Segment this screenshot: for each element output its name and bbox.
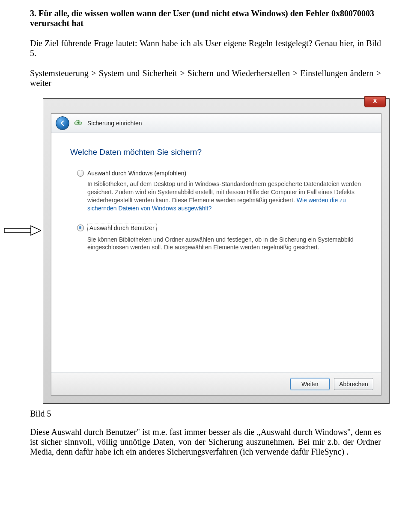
radio-icon bbox=[77, 170, 84, 177]
arrow-left-icon bbox=[60, 120, 66, 126]
option-windows-label: Auswahl durch Windows (empfohlen) bbox=[87, 170, 186, 177]
option-user-label: Auswahl durch Benutzer bbox=[87, 224, 157, 232]
callout-arrow-icon bbox=[4, 225, 41, 236]
cancel-button-label: Abbrechen bbox=[339, 381, 368, 387]
wizard-title: Sicherung einrichten bbox=[87, 120, 142, 127]
wizard-question: Welche Daten möchten Sie sichern? bbox=[70, 148, 362, 157]
figure-caption: Bild 5 bbox=[30, 409, 381, 419]
option-windows[interactable]: Auswahl durch Windows (empfohlen) In Bib… bbox=[77, 170, 362, 213]
next-button-label: Weiter bbox=[301, 381, 319, 387]
wizard-header: Sicherung einrichten bbox=[51, 114, 381, 133]
svg-marker-1 bbox=[31, 226, 41, 235]
window-close-button[interactable]: X bbox=[364, 96, 386, 107]
paragraph-path: Systemsteuerung > System und Sicherheit … bbox=[30, 68, 381, 88]
backup-icon bbox=[74, 118, 83, 128]
paragraph-intro: Die Ziel führende Frage lautet: Wann hab… bbox=[30, 38, 381, 58]
cancel-button[interactable]: Abbrechen bbox=[334, 378, 373, 390]
wizard-footer: Weiter Abbrechen bbox=[51, 372, 381, 395]
section-heading: 3. Für alle, die wissen wollen wann der … bbox=[30, 9, 381, 28]
screenshot-window: X Sicherung einrichten bbox=[43, 98, 390, 404]
radio-icon bbox=[77, 225, 84, 231]
option-windows-desc: In Bibliotheken, auf dem Desktop und in … bbox=[87, 180, 361, 213]
wizard-panel: Sicherung einrichten Welche Daten möchte… bbox=[51, 113, 381, 396]
option-user-desc: Sie können Bibliotheken und Ordner auswä… bbox=[87, 236, 361, 252]
svg-rect-0 bbox=[4, 228, 31, 233]
next-button[interactable]: Weiter bbox=[290, 378, 330, 390]
close-icon: X bbox=[373, 98, 377, 104]
option-user[interactable]: Auswahl durch Benutzer Sie können Biblio… bbox=[77, 224, 362, 252]
paragraph-outro: Diese Auswahl durch Benutzer" ist m.e. f… bbox=[30, 427, 381, 457]
back-button[interactable] bbox=[56, 116, 69, 130]
